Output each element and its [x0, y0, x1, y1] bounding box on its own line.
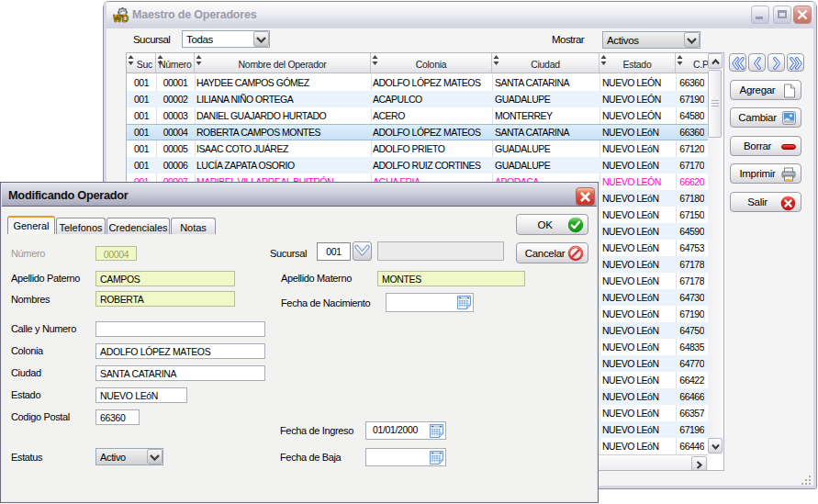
svg-text:WD: WD	[113, 14, 129, 23]
